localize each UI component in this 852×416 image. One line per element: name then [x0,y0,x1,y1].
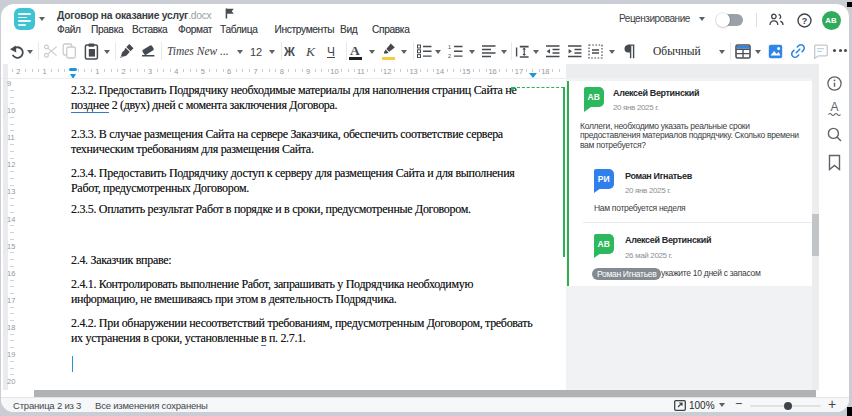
svg-text:2: 2 [448,53,451,58]
svg-text:А: А [830,100,838,114]
svg-text:1: 1 [448,44,451,50]
svg-text:?: ? [802,16,808,26]
